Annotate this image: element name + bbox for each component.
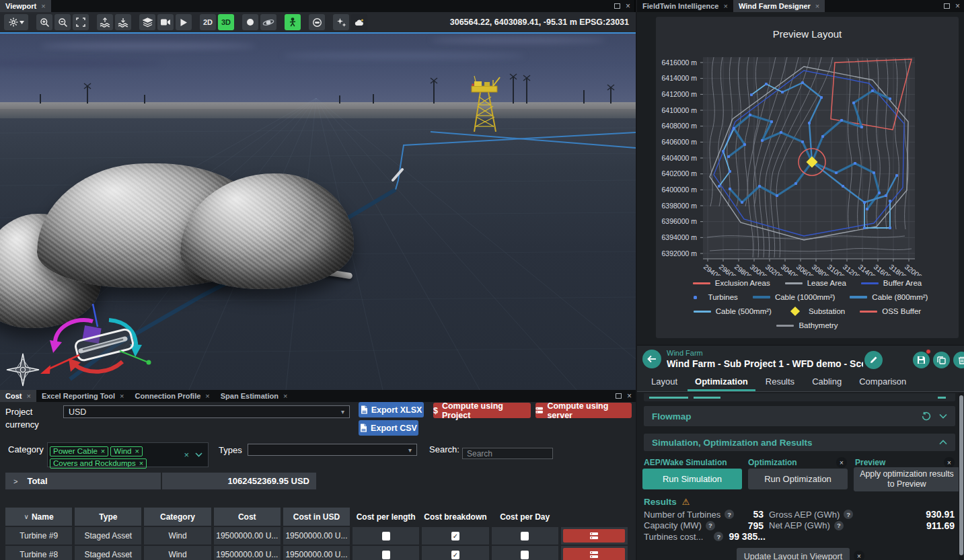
fit-view-button[interactable] — [73, 14, 89, 30]
play-button[interactable] — [176, 14, 192, 30]
update-layout-button[interactable]: Update Layout in Viewport — [737, 548, 850, 560]
run-optimization-button[interactable]: Run Optimization — [748, 469, 848, 489]
cost-breakdown-checkbox[interactable]: ✓ — [451, 532, 459, 541]
cost-per-day-checkbox[interactable] — [521, 551, 529, 559]
chevron-up-icon[interactable] — [939, 440, 947, 445]
search-input[interactable] — [462, 448, 553, 459]
zoom-out-button[interactable] — [54, 14, 71, 30]
help-icon[interactable]: ? — [714, 532, 723, 541]
remove-tag-icon[interactable]: × — [135, 447, 139, 455]
apply-optimization-button[interactable]: Apply optimization results to Preview — [854, 467, 960, 491]
camera-button[interactable] — [157, 14, 174, 30]
tab-viewport[interactable]: Viewport × — [0, 0, 51, 12]
globe-view-button[interactable] — [242, 14, 258, 30]
close-update-icon[interactable]: × — [854, 551, 864, 560]
lower-sea-level-button[interactable] — [115, 14, 131, 30]
chevron-down-icon[interactable] — [195, 452, 202, 457]
column-header-type[interactable]: Type — [75, 508, 141, 526]
help-icon[interactable]: ? — [844, 510, 853, 519]
layers-button[interactable] — [139, 14, 155, 30]
column-header-cost-breakdown[interactable]: Cost breakdown — [422, 508, 488, 526]
run-simulation-button[interactable]: Run Simulation — [642, 469, 742, 489]
total-row[interactable]: > Total 1062452369.95 USD — [5, 473, 316, 489]
remove-tag-icon[interactable]: × — [101, 447, 105, 455]
tab-close-icon[interactable]: × — [26, 392, 30, 400]
horizon-view-button[interactable] — [309, 14, 325, 30]
reset-icon[interactable] — [922, 411, 931, 421]
effects-button[interactable] — [333, 14, 349, 30]
cost-per-length-checkbox[interactable] — [382, 551, 390, 559]
tab-fieldtwin-intelligence[interactable]: FieldTwin Intelligence× — [637, 0, 733, 12]
tab-span-estimation[interactable]: Span Estimation× — [215, 390, 293, 402]
help-icon[interactable]: ? — [706, 521, 715, 530]
transform-gizmo[interactable] — [34, 320, 151, 381]
column-header-name[interactable]: ∨Name — [5, 508, 72, 526]
remove-tag-icon[interactable]: × — [139, 459, 143, 467]
tab-results[interactable]: Results — [758, 372, 802, 391]
help-icon[interactable]: ? — [834, 521, 844, 530]
close-icon[interactable]: × — [627, 392, 632, 400]
tab-cost[interactable]: Cost× — [0, 390, 36, 402]
category-tag-wind[interactable]: Wind× — [110, 446, 143, 456]
help-icon[interactable]: ? — [725, 510, 734, 519]
delete-button[interactable] — [953, 352, 964, 368]
2d-view-button[interactable]: 2D — [200, 14, 216, 30]
orbit-view-button[interactable] — [260, 14, 276, 30]
edit-button[interactable] — [864, 351, 883, 369]
currency-select[interactable]: USD ▾ — [63, 405, 350, 418]
scrollbar[interactable] — [959, 393, 963, 560]
category-multiselect[interactable]: Power Cable×Wind×Covers and Rockdumps× × — [47, 442, 209, 467]
column-header-category[interactable]: Category — [144, 508, 211, 526]
close-preview-icon[interactable]: × — [944, 457, 955, 468]
simulation-section-bar[interactable]: Simulation, Optimization and Results — [644, 434, 955, 451]
cost-per-day-checkbox[interactable] — [521, 532, 529, 541]
tab-close-icon[interactable]: × — [283, 392, 287, 400]
types-select[interactable]: ▾ — [248, 444, 417, 456]
expand-chevron-icon[interactable]: > — [13, 477, 17, 485]
settings-button[interactable] — [4, 14, 28, 30]
category-tag-covers-and-rockdumps[interactable]: Covers and Rockdumps× — [50, 458, 147, 469]
zoom-in-button[interactable] — [36, 14, 52, 30]
column-header-cost[interactable]: Cost — [214, 508, 281, 526]
category-tag-power-cable[interactable]: Power Cable× — [50, 446, 108, 456]
compass-rose[interactable] — [5, 352, 40, 387]
duplicate-button[interactable] — [933, 352, 950, 368]
column-header-cost-in-usd[interactable]: Cost in USD — [283, 508, 350, 526]
maximize-icon[interactable] — [614, 3, 620, 9]
tab-connection-profile[interactable]: Connection Profile× — [130, 390, 215, 402]
cost-per-length-checkbox[interactable] — [382, 532, 390, 541]
raise-sea-level-button[interactable] — [97, 14, 113, 30]
column-header-cost-per-day[interactable]: Cost per Day — [492, 508, 558, 526]
chevron-down-icon[interactable] — [939, 413, 947, 419]
maximize-icon[interactable] — [616, 393, 622, 399]
3d-view-button[interactable]: 3D — [218, 14, 234, 30]
tab-layout[interactable]: Layout — [644, 372, 685, 391]
flowmap-section-bar[interactable]: Flowmap — [644, 406, 955, 426]
first-person-view-button[interactable] — [285, 14, 301, 30]
clear-icon[interactable]: × — [184, 450, 189, 460]
compute-project-button[interactable]: $ Compute using Project — [433, 403, 531, 418]
substation-jacket-structure[interactable] — [466, 74, 503, 132]
cost-breakdown-button[interactable] — [563, 548, 625, 560]
maximize-icon[interactable] — [944, 3, 950, 9]
export-csv-button[interactable]: Export CSV — [359, 420, 418, 436]
table-row[interactable]: Turbine #9Staged AssetWind19500000.00 U.… — [5, 527, 629, 545]
tab-comparison[interactable]: Comparison — [852, 372, 914, 391]
cost-breakdown-button[interactable] — [563, 529, 625, 543]
tab-close-icon[interactable]: × — [815, 2, 819, 10]
close-icon[interactable]: × — [41, 2, 45, 10]
close-icon[interactable]: × — [626, 2, 630, 10]
tab-cabling[interactable]: Cabling — [805, 372, 849, 391]
weather-button[interactable] — [351, 14, 367, 30]
tab-wind-farm-designer[interactable]: Wind Farm Designer× — [733, 0, 825, 12]
viewport-3d-scene[interactable] — [0, 32, 636, 390]
back-button[interactable] — [642, 350, 661, 368]
close-optimization-icon[interactable]: × — [836, 457, 847, 468]
export-xlsx-button[interactable]: Export XLSX — [359, 402, 424, 417]
column-header-cost-per-length[interactable]: Cost per length — [353, 508, 419, 526]
tab-excel-reporting-tool[interactable]: Excel Reporting Tool× — [36, 390, 130, 402]
table-row[interactable]: Turbine #8Staged AssetWind19500000.00 U.… — [5, 546, 629, 560]
compute-server-button[interactable]: Compute using server — [535, 403, 632, 418]
tab-close-icon[interactable]: × — [120, 392, 124, 400]
tab-close-icon[interactable]: × — [723, 2, 727, 10]
